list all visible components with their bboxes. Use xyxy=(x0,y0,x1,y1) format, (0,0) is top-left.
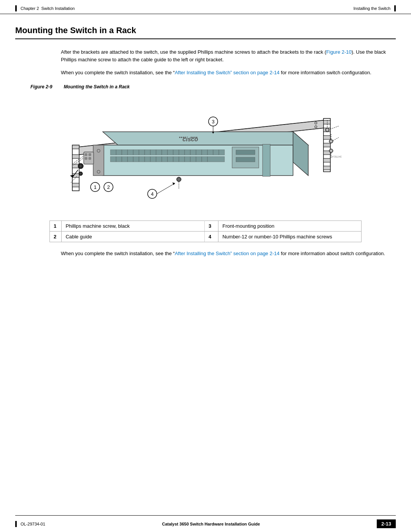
svg-rect-7 xyxy=(323,120,330,124)
header-right: Installing the Switch xyxy=(354,5,396,11)
paragraph-2: When you complete the switch installatio… xyxy=(61,69,396,77)
footer-right: 2-13 xyxy=(377,519,396,528)
callout-num-3: 3 xyxy=(204,221,218,232)
left-rack-rail xyxy=(72,145,79,191)
svg-rect-1 xyxy=(72,145,79,149)
section-title: Installing the Switch xyxy=(354,6,390,11)
svg-rect-12 xyxy=(323,158,330,162)
svg-rect-2 xyxy=(72,155,79,158)
main-content: Mounting the Switch in a Rack After the … xyxy=(0,14,411,294)
header-bar-right xyxy=(394,5,396,11)
svg-line-112 xyxy=(333,137,339,141)
chapter-title: Switch Installation xyxy=(41,6,75,11)
header-bar-left xyxy=(15,5,17,11)
callout-table: 1 Phillips machine screw, black 3 Front-… xyxy=(49,220,362,242)
svg-rect-71 xyxy=(236,150,255,155)
p3-end: for more information about switch config… xyxy=(279,251,385,256)
footer-doc-id: OL-29734-01 xyxy=(21,522,45,526)
right-rack-rail xyxy=(323,118,330,172)
page-header: Chapter 2 Switch Installation Installing… xyxy=(0,0,411,14)
callout-desc-1: Phillips machine screw, black xyxy=(62,221,205,232)
paragraph-1: After the brackets are attached to the s… xyxy=(61,48,396,64)
footer-bar xyxy=(15,521,17,527)
switch-body: cisco ●●●● ●●●● xyxy=(103,132,308,176)
callout-num-2: 2 xyxy=(50,232,62,242)
svg-rect-83 xyxy=(89,153,91,156)
callout-desc-2: Cable guide xyxy=(62,232,205,242)
paragraph-3: When you complete the switch installatio… xyxy=(61,250,396,257)
svg-rect-73 xyxy=(263,144,270,176)
svg-marker-31 xyxy=(293,132,308,176)
p2-end: for more information switch configuratio… xyxy=(279,70,371,75)
svg-rect-77 xyxy=(93,145,104,176)
footer-center: Catalyst 3650 Switch Hardware Installati… xyxy=(45,522,377,526)
left-bracket xyxy=(93,145,104,176)
figure-2-10-link[interactable]: Figure 2-10 xyxy=(326,49,351,55)
after-installing-link-2[interactable]: After Installing the Switch” section on … xyxy=(175,251,279,256)
page-footer: OL-29734-01 Catalyst 3650 Switch Hardwar… xyxy=(15,515,396,532)
svg-text:2: 2 xyxy=(107,184,110,190)
bottom-screw-detail xyxy=(177,177,181,189)
p3-pre: When you complete the switch installatio… xyxy=(61,251,175,256)
svg-rect-10 xyxy=(323,143,330,147)
svg-rect-9 xyxy=(323,136,330,139)
figure-label: Figure 2-9 Mounting the Switch in a Rack xyxy=(30,84,396,89)
p2-pre: When you complete the switch installatio… xyxy=(61,70,175,75)
svg-text:4: 4 xyxy=(151,191,153,197)
callout-desc-3: Front-mounting position xyxy=(218,221,362,232)
figure-caption: Mounting the Switch in a Rack xyxy=(64,84,129,89)
svg-line-28 xyxy=(330,126,339,129)
callout-desc-4: Number-12 or number-10 Phillips machine … xyxy=(218,232,362,242)
p1-text: After the brackets are attached to the s… xyxy=(61,49,326,55)
figure-svg: cisco ●●●● ●●●● xyxy=(49,96,362,210)
table-row: 1 Phillips machine screw, black 3 Front-… xyxy=(50,221,362,232)
after-installing-link-1[interactable]: After Installing the Switch” section on … xyxy=(175,70,279,75)
svg-text:●●●●: ●●●● xyxy=(179,136,186,139)
svg-marker-29 xyxy=(103,132,308,145)
svg-rect-5 xyxy=(72,183,79,187)
callout-num-1: 1 xyxy=(50,221,62,232)
footer-left: OL-29734-01 xyxy=(15,521,45,527)
svg-rect-81 xyxy=(85,153,87,156)
svg-line-102 xyxy=(157,183,175,194)
header-left: Chapter 2 Switch Installation xyxy=(15,5,75,11)
callout-num-4: 4 xyxy=(204,232,218,242)
chapter-label: Chapter 2 xyxy=(21,6,39,11)
svg-rect-82 xyxy=(85,157,87,160)
page-title: Mounting the Switch in a Rack xyxy=(15,26,396,39)
svg-rect-13 xyxy=(323,166,330,170)
figure-container: cisco ●●●● ●●●● xyxy=(15,92,396,214)
footer-guide-title: Catalyst 3650 Switch Hardware Installati… xyxy=(162,522,260,526)
page-number: 2-13 xyxy=(377,519,396,528)
svg-rect-84 xyxy=(89,157,91,160)
svg-text:●●●●: ●●●● xyxy=(190,136,198,139)
svg-text:3: 3 xyxy=(212,119,214,125)
svg-rect-72 xyxy=(236,157,255,162)
svg-text:347814: 347814 xyxy=(331,155,342,158)
table-row: 2 Cable guide 4 Number-12 or number-10 P… xyxy=(50,232,362,242)
figure-number: Figure 2-9 xyxy=(30,84,52,89)
svg-text:1: 1 xyxy=(94,184,96,190)
